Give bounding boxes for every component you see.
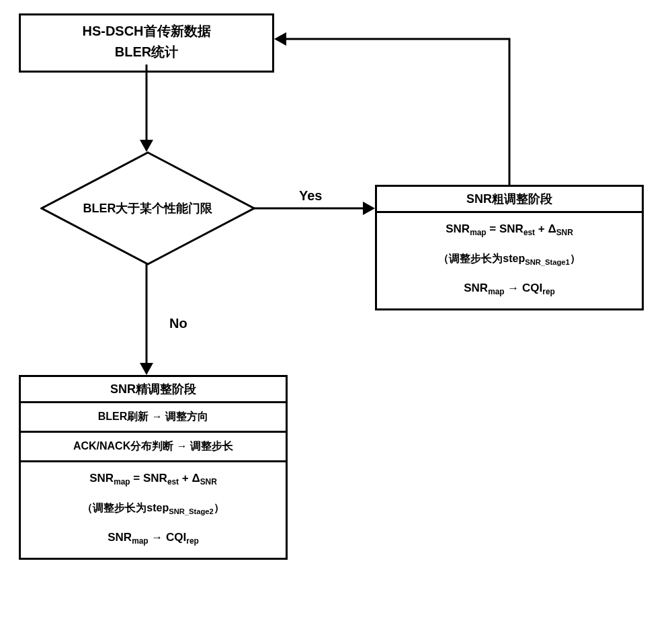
node-fine: SNR精调整阶段 BLER刷新 → 调整方向 ACK/NACK分布判断 → 调整… <box>19 375 288 560</box>
fine-row1: BLER刷新 → 调整方向 <box>21 403 286 433</box>
edge-decision-fine <box>145 264 148 375</box>
coarse-formula: SNRmap = SNRest + ΔSNR <box>381 222 638 237</box>
start-line1: HS-DSCH首传新数据 <box>24 22 269 40</box>
fine-row2: ACK/NACK分布判断 → 调整步长 <box>21 433 286 462</box>
coarse-title: SNR粗调整阶段 <box>377 187 642 213</box>
node-coarse: SNR粗调整阶段 SNRmap = SNRest + ΔSNR （调整步长为st… <box>375 185 644 310</box>
fine-title: SNR精调整阶段 <box>21 377 286 403</box>
fine-map: SNRmap → CQIrep <box>25 531 282 546</box>
fine-step-note: （调整步长为stepSNR_Stage2） <box>25 501 282 515</box>
coarse-map: SNRmap → CQIrep <box>381 282 638 296</box>
label-no: No <box>169 316 187 331</box>
start-line2: BLER统计 <box>24 43 269 61</box>
svg-marker-5 <box>274 32 286 46</box>
svg-marker-7 <box>140 363 153 375</box>
edge-start-decision <box>145 65 148 152</box>
edge-coarse-start <box>274 37 509 188</box>
node-start: HS-DSCH首传新数据 BLER统计 <box>19 13 274 73</box>
node-decision: BLER大于某个性能门限 <box>40 151 255 265</box>
edge-decision-coarse <box>254 206 375 210</box>
label-yes: Yes <box>299 188 322 204</box>
svg-marker-1 <box>140 140 153 152</box>
decision-text: BLER大于某个性能门限 <box>83 200 213 216</box>
coarse-step-note: （调整步长为stepSNR_Stage1） <box>381 252 638 266</box>
svg-marker-4 <box>363 202 375 215</box>
fine-formula: SNRmap = SNRest + ΔSNR <box>25 472 282 487</box>
